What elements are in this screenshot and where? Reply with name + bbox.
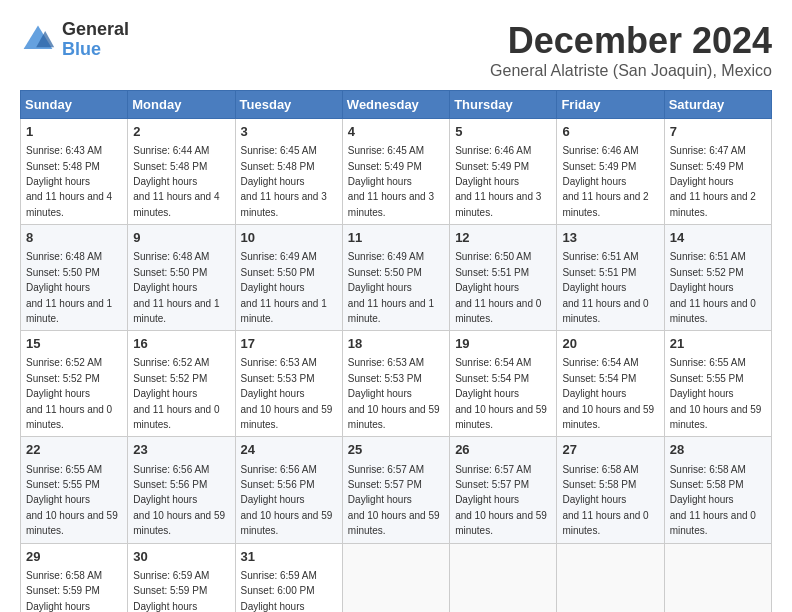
day-number: 6 [562,123,658,141]
day-cell: 27 Sunrise: 6:58 AMSunset: 5:58 PMDaylig… [557,437,664,543]
day-cell: 11 Sunrise: 6:49 AMSunset: 5:50 PMDaylig… [342,225,449,331]
day-cell [450,543,557,612]
day-cell: 9 Sunrise: 6:48 AMSunset: 5:50 PMDayligh… [128,225,235,331]
logo-text: General Blue [62,20,129,60]
location-title: General Alatriste (San Joaquin), Mexico [490,62,772,80]
day-info: Sunrise: 6:58 AMSunset: 5:58 PMDaylight … [670,464,756,537]
day-info: Sunrise: 6:44 AMSunset: 5:48 PMDaylight … [133,145,219,218]
page-header: General Blue December 2024 General Alatr… [20,20,772,80]
day-number: 8 [26,229,122,247]
day-cell: 13 Sunrise: 6:51 AMSunset: 5:51 PMDaylig… [557,225,664,331]
day-cell: 19 Sunrise: 6:54 AMSunset: 5:54 PMDaylig… [450,331,557,437]
day-number: 23 [133,441,229,459]
day-cell: 4 Sunrise: 6:45 AMSunset: 5:49 PMDayligh… [342,119,449,225]
weekday-header-friday: Friday [557,91,664,119]
day-cell: 31 Sunrise: 6:59 AMSunset: 6:00 PMDaylig… [235,543,342,612]
day-cell: 28 Sunrise: 6:58 AMSunset: 5:58 PMDaylig… [664,437,771,543]
day-cell: 18 Sunrise: 6:53 AMSunset: 5:53 PMDaylig… [342,331,449,437]
week-row-1: 1 Sunrise: 6:43 AMSunset: 5:48 PMDayligh… [21,119,772,225]
day-info: Sunrise: 6:54 AMSunset: 5:54 PMDaylight … [455,357,547,430]
day-info: Sunrise: 6:57 AMSunset: 5:57 PMDaylight … [455,464,547,537]
day-cell: 8 Sunrise: 6:48 AMSunset: 5:50 PMDayligh… [21,225,128,331]
day-number: 16 [133,335,229,353]
day-cell [342,543,449,612]
day-info: Sunrise: 6:45 AMSunset: 5:48 PMDaylight … [241,145,327,218]
day-cell: 26 Sunrise: 6:57 AMSunset: 5:57 PMDaylig… [450,437,557,543]
day-number: 10 [241,229,337,247]
month-title: December 2024 [490,20,772,62]
day-number: 31 [241,548,337,566]
day-number: 18 [348,335,444,353]
week-row-5: 29 Sunrise: 6:58 AMSunset: 5:59 PMDaylig… [21,543,772,612]
day-number: 13 [562,229,658,247]
weekday-header-row: SundayMondayTuesdayWednesdayThursdayFrid… [21,91,772,119]
day-cell: 12 Sunrise: 6:50 AMSunset: 5:51 PMDaylig… [450,225,557,331]
day-number: 27 [562,441,658,459]
week-row-3: 15 Sunrise: 6:52 AMSunset: 5:52 PMDaylig… [21,331,772,437]
title-section: December 2024 General Alatriste (San Joa… [490,20,772,80]
day-cell [664,543,771,612]
day-number: 19 [455,335,551,353]
day-info: Sunrise: 6:52 AMSunset: 5:52 PMDaylight … [26,357,112,430]
day-number: 26 [455,441,551,459]
day-info: Sunrise: 6:50 AMSunset: 5:51 PMDaylight … [455,251,541,324]
day-info: Sunrise: 6:56 AMSunset: 5:56 PMDaylight … [133,464,225,537]
day-number: 24 [241,441,337,459]
day-number: 7 [670,123,766,141]
day-info: Sunrise: 6:53 AMSunset: 5:53 PMDaylight … [348,357,440,430]
day-info: Sunrise: 6:51 AMSunset: 5:51 PMDaylight … [562,251,648,324]
logo-icon [20,22,56,58]
day-cell: 25 Sunrise: 6:57 AMSunset: 5:57 PMDaylig… [342,437,449,543]
weekday-header-thursday: Thursday [450,91,557,119]
day-info: Sunrise: 6:56 AMSunset: 5:56 PMDaylight … [241,464,333,537]
day-number: 9 [133,229,229,247]
day-info: Sunrise: 6:58 AMSunset: 5:58 PMDaylight … [562,464,648,537]
day-number: 12 [455,229,551,247]
day-info: Sunrise: 6:54 AMSunset: 5:54 PMDaylight … [562,357,654,430]
day-cell: 16 Sunrise: 6:52 AMSunset: 5:52 PMDaylig… [128,331,235,437]
weekday-header-monday: Monday [128,91,235,119]
day-cell: 20 Sunrise: 6:54 AMSunset: 5:54 PMDaylig… [557,331,664,437]
weekday-header-tuesday: Tuesday [235,91,342,119]
day-info: Sunrise: 6:46 AMSunset: 5:49 PMDaylight … [455,145,541,218]
day-info: Sunrise: 6:49 AMSunset: 5:50 PMDaylight … [241,251,327,324]
day-number: 25 [348,441,444,459]
day-info: Sunrise: 6:45 AMSunset: 5:49 PMDaylight … [348,145,434,218]
day-number: 2 [133,123,229,141]
day-info: Sunrise: 6:48 AMSunset: 5:50 PMDaylight … [26,251,112,324]
day-info: Sunrise: 6:47 AMSunset: 5:49 PMDaylight … [670,145,756,218]
day-number: 22 [26,441,122,459]
day-info: Sunrise: 6:57 AMSunset: 5:57 PMDaylight … [348,464,440,537]
logo-general-text: General [62,20,129,40]
day-info: Sunrise: 6:48 AMSunset: 5:50 PMDaylight … [133,251,219,324]
day-cell: 10 Sunrise: 6:49 AMSunset: 5:50 PMDaylig… [235,225,342,331]
day-number: 3 [241,123,337,141]
day-number: 21 [670,335,766,353]
day-number: 17 [241,335,337,353]
week-row-4: 22 Sunrise: 6:55 AMSunset: 5:55 PMDaylig… [21,437,772,543]
day-cell: 1 Sunrise: 6:43 AMSunset: 5:48 PMDayligh… [21,119,128,225]
day-cell: 22 Sunrise: 6:55 AMSunset: 5:55 PMDaylig… [21,437,128,543]
day-info: Sunrise: 6:55 AMSunset: 5:55 PMDaylight … [26,464,118,537]
day-info: Sunrise: 6:51 AMSunset: 5:52 PMDaylight … [670,251,756,324]
day-info: Sunrise: 6:59 AMSunset: 5:59 PMDaylight … [133,570,219,612]
day-info: Sunrise: 6:53 AMSunset: 5:53 PMDaylight … [241,357,333,430]
day-info: Sunrise: 6:49 AMSunset: 5:50 PMDaylight … [348,251,434,324]
day-number: 20 [562,335,658,353]
day-number: 29 [26,548,122,566]
day-info: Sunrise: 6:43 AMSunset: 5:48 PMDaylight … [26,145,112,218]
weekday-header-saturday: Saturday [664,91,771,119]
day-number: 30 [133,548,229,566]
day-cell: 15 Sunrise: 6:52 AMSunset: 5:52 PMDaylig… [21,331,128,437]
day-info: Sunrise: 6:46 AMSunset: 5:49 PMDaylight … [562,145,648,218]
day-cell: 6 Sunrise: 6:46 AMSunset: 5:49 PMDayligh… [557,119,664,225]
day-number: 28 [670,441,766,459]
day-info: Sunrise: 6:55 AMSunset: 5:55 PMDaylight … [670,357,762,430]
day-cell: 17 Sunrise: 6:53 AMSunset: 5:53 PMDaylig… [235,331,342,437]
week-row-2: 8 Sunrise: 6:48 AMSunset: 5:50 PMDayligh… [21,225,772,331]
day-number: 1 [26,123,122,141]
day-cell: 2 Sunrise: 6:44 AMSunset: 5:48 PMDayligh… [128,119,235,225]
day-number: 14 [670,229,766,247]
day-cell: 29 Sunrise: 6:58 AMSunset: 5:59 PMDaylig… [21,543,128,612]
day-cell: 30 Sunrise: 6:59 AMSunset: 5:59 PMDaylig… [128,543,235,612]
